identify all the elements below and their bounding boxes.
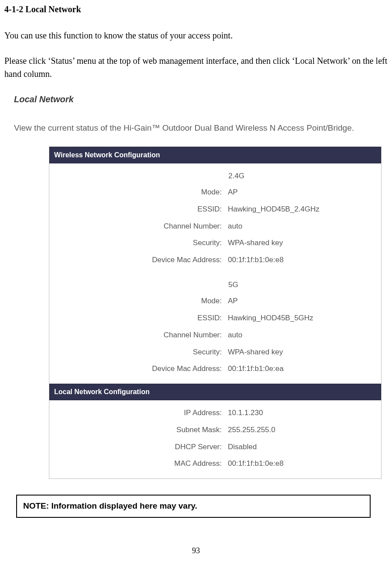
label-mode-5: Mode: bbox=[49, 293, 228, 310]
row-mac-24: Device Mac Address: 00:1f:1f:b1:0e:e8 bbox=[49, 252, 381, 269]
row-mode-5: Mode: AP bbox=[49, 293, 381, 310]
instruction-paragraph: Please click ‘Status’ menu at the top of… bbox=[4, 54, 388, 80]
row-mode-24: Mode: AP bbox=[49, 184, 381, 201]
section-title: 4-1-2 Local Network bbox=[4, 3, 388, 16]
row-channel-5: Channel Number: auto bbox=[49, 327, 381, 344]
value-subnet: 255.255.255.0 bbox=[228, 422, 381, 439]
page-number: 93 bbox=[4, 545, 388, 557]
local-section: IP Address: 10.1.1.230 Subnet Mask: 255.… bbox=[49, 400, 381, 478]
value-dhcp: Disabled bbox=[228, 439, 381, 456]
row-security-24: Security: WPA-shared key bbox=[49, 235, 381, 252]
label-security-24: Security: bbox=[49, 235, 228, 252]
band-24-label: 2.4G bbox=[49, 168, 381, 184]
embedded-screenshot: Local Network View the current status of… bbox=[14, 93, 383, 479]
value-security-24: WPA-shared key bbox=[228, 235, 381, 252]
wireless-config-panel: Wireless Network Configuration 2.4G Mode… bbox=[49, 146, 382, 479]
label-security-5: Security: bbox=[49, 344, 228, 361]
band-24-section: 2.4G Mode: AP ESSID: Hawking_HOD45B_2.4G… bbox=[49, 163, 381, 275]
value-security-5: WPA-shared key bbox=[228, 344, 381, 361]
screenshot-title: Local Network bbox=[14, 93, 383, 106]
label-channel-24: Channel Number: bbox=[49, 218, 228, 235]
band-5-section: 5G Mode: AP ESSID: Hawking_HOD45B_5GHz C… bbox=[49, 275, 381, 384]
label-dhcp: DHCP Server: bbox=[49, 439, 228, 456]
note-box: NOTE: Information displayed here may var… bbox=[16, 495, 371, 518]
value-mac-24: 00:1f:1f:b1:0e:e8 bbox=[228, 252, 381, 269]
value-channel-5: auto bbox=[228, 327, 381, 344]
value-ip: 10.1.1.230 bbox=[228, 405, 381, 422]
value-channel-24: auto bbox=[228, 218, 381, 235]
band-5-label: 5G bbox=[49, 277, 381, 293]
label-mac-5: Device Mac Address: bbox=[49, 360, 228, 378]
label-essid-5: ESSID: bbox=[49, 310, 228, 327]
screenshot-description: View the current status of the Hi-Gain™ … bbox=[14, 122, 383, 134]
row-subnet: Subnet Mask: 255.255.255.0 bbox=[49, 422, 381, 439]
row-dhcp: DHCP Server: Disabled bbox=[49, 439, 381, 456]
row-channel-24: Channel Number: auto bbox=[49, 218, 381, 235]
row-ip: IP Address: 10.1.1.230 bbox=[49, 405, 381, 422]
local-panel-header: Local Network Configuration bbox=[49, 384, 381, 400]
row-security-5: Security: WPA-shared key bbox=[49, 344, 381, 361]
label-mac-24: Device Mac Address: bbox=[49, 252, 228, 269]
value-mac-5: 00:1f:1f:b1:0e:ea bbox=[228, 360, 381, 378]
wireless-panel-header: Wireless Network Configuration bbox=[49, 147, 381, 163]
label-subnet: Subnet Mask: bbox=[49, 422, 228, 439]
label-ip: IP Address: bbox=[49, 405, 228, 422]
row-mac-5: Device Mac Address: 00:1f:1f:b1:0e:ea bbox=[49, 360, 381, 378]
label-essid-24: ESSID: bbox=[49, 201, 228, 218]
label-channel-5: Channel Number: bbox=[49, 327, 228, 344]
value-mode-24: AP bbox=[228, 184, 381, 201]
intro-paragraph: You can use this function to know the st… bbox=[4, 29, 388, 42]
label-mode-24: Mode: bbox=[49, 184, 228, 201]
row-essid-5: ESSID: Hawking_HOD45B_5GHz bbox=[49, 310, 381, 327]
row-essid-24: ESSID: Hawking_HOD45B_2.4GHz bbox=[49, 201, 381, 218]
row-mac-local: MAC Address: 00:1f:1f:b1:0e:e8 bbox=[49, 455, 381, 472]
value-mode-5: AP bbox=[228, 293, 381, 310]
value-essid-5: Hawking_HOD45B_5GHz bbox=[228, 310, 381, 327]
value-essid-24: Hawking_HOD45B_2.4GHz bbox=[228, 201, 381, 218]
value-mac-local: 00:1f:1f:b1:0e:e8 bbox=[228, 455, 381, 472]
label-mac-local: MAC Address: bbox=[49, 455, 228, 472]
